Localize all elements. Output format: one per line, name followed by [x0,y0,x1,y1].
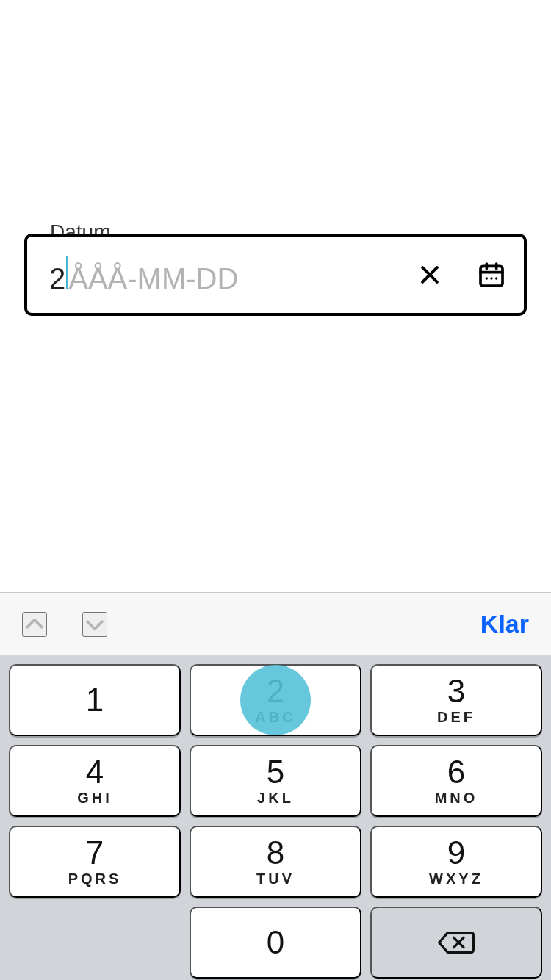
keypad-digit: 8 [267,837,284,869]
keypad-key-9[interactable]: 9WXYZ [370,826,542,898]
keypad-letters: ABC [255,709,295,726]
svg-point-6 [486,277,488,279]
keypad-key-6[interactable]: 6MNO [370,745,542,817]
keypad-key-8[interactable]: 8TUV [190,826,361,898]
date-input-container[interactable]: 2 ÅÅÅ-MM-DD [24,234,527,316]
keypad-letters: TUV [256,871,295,887]
svg-point-7 [490,277,492,279]
calendar-icon [477,260,506,289]
svg-rect-2 [480,266,503,286]
svg-point-8 [495,277,497,279]
clear-button[interactable] [414,259,446,291]
keyboard-accessory-bar: Klar [0,592,551,655]
text-cursor [66,256,68,289]
keypad-letters: GHI [77,790,112,807]
next-field-button[interactable] [82,612,107,637]
keypad-key-0[interactable]: 0 [190,907,361,979]
keypad-digit: 9 [447,837,465,869]
prev-field-button[interactable] [22,612,47,637]
backspace-icon [436,928,477,957]
calendar-button[interactable] [475,259,508,291]
close-icon [417,262,442,287]
keypad-letters: WXYZ [429,871,483,887]
keypad-digit: 3 [447,675,465,707]
keypad-letters: DEF [437,709,475,726]
keypad-digit: 5 [267,756,284,788]
date-input-placeholder: ÅÅÅ-MM-DD [68,264,238,293]
keypad-letters: MNO [435,790,478,807]
keypad-letters: JKL [257,790,294,807]
keypad-key-7[interactable]: 7PQRS [9,826,181,898]
keypad-key-4[interactable]: 4GHI [9,745,181,817]
keypad-digit: 6 [447,756,465,788]
date-input-text[interactable]: 2 ÅÅÅ-MM-DD [49,256,414,293]
numeric-keypad: 12ABC3DEF4GHI5JKL6MNO7PQRS8TUV9WXYZ0 [0,655,551,980]
keypad-digit: 1 [86,684,104,716]
keypad-backspace[interactable] [370,907,542,979]
date-input-value: 2 [49,264,65,293]
keypad-key-3[interactable]: 3DEF [370,664,542,736]
keypad-letters: PQRS [68,871,122,887]
keypad-key-1[interactable]: 1 [9,664,181,736]
keypad-digit: 2 [267,675,284,707]
keypad-key-2[interactable]: 2ABC [190,664,361,736]
keypad-digit: 4 [86,756,104,788]
keypad-spacer [9,907,181,979]
keypad-digit: 7 [86,837,104,869]
chevron-up-icon [24,612,46,637]
keypad-key-5[interactable]: 5JKL [190,745,361,817]
keypad-digit: 0 [267,926,284,959]
keyboard-done-button[interactable]: Klar [480,610,529,638]
chevron-down-icon [84,612,106,637]
